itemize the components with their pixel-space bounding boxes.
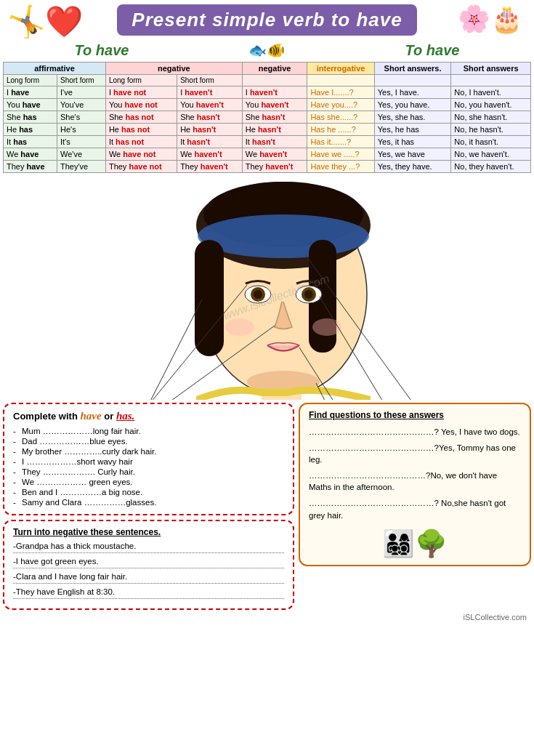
complete-item: Dad ………………blue eyes. bbox=[13, 437, 284, 446]
left-column: Complete with have or has. Mum ………………lon… bbox=[3, 403, 294, 610]
fish-icon: 🐟🐠 bbox=[248, 41, 285, 59]
find-questions-title: Find questions to these answers bbox=[309, 410, 521, 420]
subheader-s1 bbox=[374, 75, 451, 87]
complete-item: I ………………short wavy hair bbox=[13, 457, 284, 466]
find-question-item: ………………………………………? Yes, I have two dogs. bbox=[309, 426, 521, 438]
complete-item: Mum ………………long fair hair. bbox=[13, 427, 284, 435]
subheader-long-form-neg: Long form bbox=[105, 75, 177, 87]
answer-line bbox=[13, 583, 284, 584]
answer-line bbox=[13, 598, 284, 599]
to-have-left: To have bbox=[75, 42, 129, 59]
negative-sentence: -They have English at 8:30. bbox=[13, 587, 284, 596]
family-icon: 👨‍👩‍👧‍👦🌳 bbox=[309, 528, 521, 559]
complete-item: Samy and Clara ……………glasses. bbox=[13, 498, 284, 507]
find-question-item: ……………………………………?No, we don't have Maths i… bbox=[309, 470, 521, 493]
flower-icon: 🌸🎂 bbox=[458, 4, 523, 34]
header-affirmative: affirmative bbox=[4, 63, 106, 75]
right-column: Find questions to these answers ……………………… bbox=[299, 403, 531, 610]
answer-line bbox=[13, 552, 284, 553]
face-diagram: www.islcollective.com eyebrow forehead n… bbox=[0, 174, 534, 400]
negative-sentences: -Grandpa has a thick moustache.-I have g… bbox=[13, 542, 284, 599]
to-have-right: To have bbox=[405, 42, 460, 59]
footer-text: iSLCollective.com bbox=[464, 613, 527, 622]
header-negative: negative bbox=[105, 63, 242, 75]
find-questions-box: Find questions to these answers ……………………… bbox=[299, 403, 531, 566]
to-have-row: To have 🐟🐠 To have bbox=[0, 39, 534, 62]
subheader-s2 bbox=[451, 75, 531, 87]
negative-title: Turn into negative these sentences. bbox=[13, 527, 284, 537]
negative-sentence: -Grandpa has a thick moustache. bbox=[13, 542, 284, 550]
face-svg: www.islcollective.com bbox=[0, 174, 534, 400]
title-box: Present simple verb to have bbox=[117, 4, 416, 36]
header: 🤸❤️ Present simple verb to have 🌸🎂 bbox=[0, 0, 534, 39]
heart-icon: 🤸❤️ bbox=[7, 4, 83, 39]
page-title: Present simple verb to have bbox=[132, 9, 402, 31]
header-short1: Short answers. bbox=[374, 63, 451, 75]
subheader-int bbox=[307, 75, 374, 87]
svg-rect-4 bbox=[195, 240, 224, 356]
subheader-short-form-neg: Short form bbox=[177, 75, 243, 87]
lower-area: Complete with have or has. Mum ………………lon… bbox=[0, 400, 534, 610]
has-word: has. bbox=[116, 410, 134, 422]
svg-line-20 bbox=[98, 299, 202, 400]
negative-sentence: -Clara and I have long fair hair. bbox=[13, 572, 284, 581]
svg-point-14 bbox=[225, 318, 254, 336]
header-negative2: negative bbox=[242, 63, 307, 75]
find-question-item: ………………………………………?Yes, Tommy has one leg. bbox=[309, 442, 521, 465]
find-question-item: ………………………………………? No,she hasn't got grey … bbox=[309, 497, 521, 520]
footer: iSLCollective.com bbox=[0, 610, 534, 624]
complete-item: They ………………. Curly hair. bbox=[13, 467, 284, 476]
complete-list: Mum ………………long fair hair.Dad ………………blue … bbox=[13, 427, 284, 507]
negative-box: Turn into negative these sentences. -Gra… bbox=[3, 520, 294, 610]
complete-item: We ……………… green eyes. bbox=[13, 478, 284, 486]
complete-item: My brother …………..curly dark hair. bbox=[13, 447, 284, 456]
complete-item: Ben and I ……………a big nose. bbox=[13, 488, 284, 496]
have-word: have bbox=[80, 410, 101, 422]
answer-line bbox=[13, 568, 284, 568]
complete-title: Complete with have or has. bbox=[13, 410, 284, 422]
header-short2: Short answers bbox=[451, 63, 531, 75]
subheader-short-form-aff: Short form bbox=[57, 75, 106, 87]
complete-with-box: Complete with have or has. Mum ………………lon… bbox=[3, 403, 294, 515]
negative-sentence: -I have got green eyes. bbox=[13, 557, 284, 566]
subheader-long-form-aff: Long form bbox=[4, 75, 57, 87]
find-questions-list: ………………………………………? Yes, I have two dogs.……… bbox=[309, 426, 521, 521]
svg-point-15 bbox=[312, 318, 341, 336]
grammar-table-wrapper: affirmative negative negative interrogat… bbox=[0, 62, 534, 173]
subheader-neg2 bbox=[242, 75, 307, 87]
header-interrogative: interrogative bbox=[307, 63, 374, 75]
grammar-table: affirmative negative negative interrogat… bbox=[3, 62, 531, 173]
